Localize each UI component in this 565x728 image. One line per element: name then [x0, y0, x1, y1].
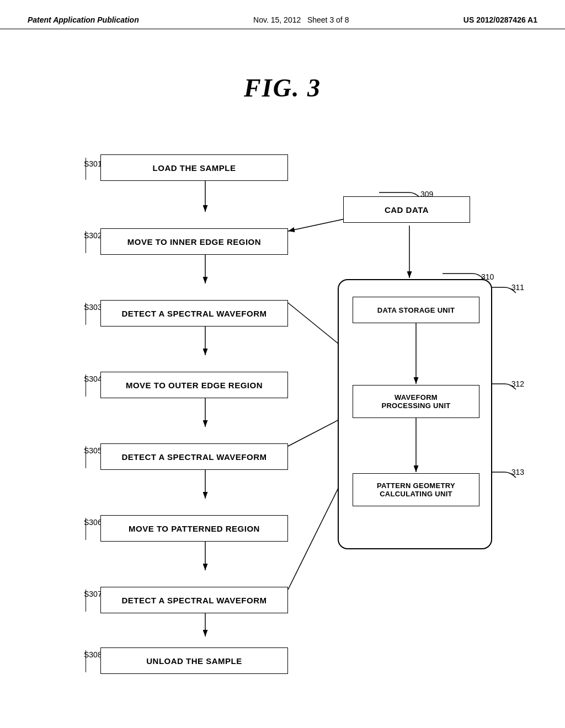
box-s305: DETECT A SPECTRAL WAVEFORM [100, 443, 288, 470]
step-label-s301: S301 [84, 159, 102, 168]
header-center: Nov. 15, 2012 Sheet 3 of 8 [253, 15, 349, 24]
brace-311 [488, 285, 521, 301]
box-s308: UNLOAD THE SAMPLE [100, 647, 288, 674]
header-date: Nov. 15, 2012 [253, 15, 301, 24]
box-s306: MOVE TO PATTERNED REGION [100, 515, 288, 542]
box-s304: MOVE TO OUTER EDGE REGION [100, 372, 288, 398]
box-s307: DETECT A SPECTRAL WAVEFORM [100, 587, 288, 613]
cad-data-box: CAD DATA [343, 196, 470, 223]
patent-publication-label: Patent Application Publication [28, 15, 139, 24]
diagram-container: S301 LOAD THE SAMPLE S302 MOVE TO INNER … [45, 130, 520, 638]
box-s303: DETECT A SPECTRAL WAVEFORM [100, 300, 288, 326]
box-s301: LOAD THE SAMPLE [100, 154, 288, 181]
header-sheet: Sheet 3 of 8 [307, 15, 349, 24]
figure-title: FIG. 3 [0, 73, 565, 103]
step-label-s306: S306 [84, 518, 102, 527]
right-group: 311 DATA STORAGE UNIT 312 WAVEFORM PROCE… [338, 279, 492, 549]
step-label-s305: S305 [84, 446, 102, 455]
step-label-s307: S307 [84, 590, 102, 598]
brace-313 [488, 469, 521, 486]
step-label-s304: S304 [84, 374, 102, 383]
box-s302: MOVE TO INNER EDGE REGION [100, 228, 288, 255]
internal-arrows [339, 280, 493, 550]
step-label-s308: S308 [84, 650, 102, 659]
step-label-s303: S303 [84, 303, 102, 312]
step-label-s302: S302 [84, 231, 102, 240]
patent-number: US 2012/0287426 A1 [463, 15, 537, 24]
page-header: Patent Application Publication Nov. 15, … [0, 0, 565, 29]
brace-312 [488, 381, 521, 398]
